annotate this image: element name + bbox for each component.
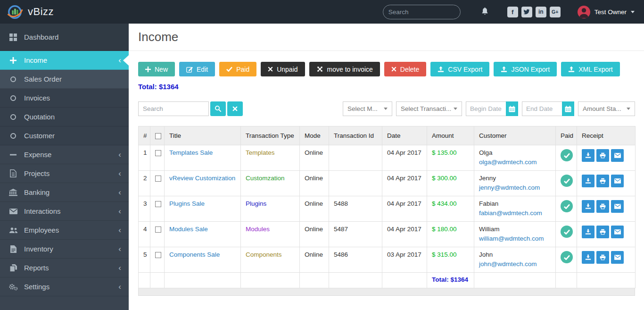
paid-button[interactable]: Paid	[219, 62, 256, 76]
date-value: 04 Apr 2017	[382, 222, 427, 247]
chevron-left-icon: ‹	[118, 245, 121, 253]
sidebar-item-dashboard[interactable]: Dashboard	[0, 24, 129, 51]
sidebar-item-label: Income	[24, 56, 47, 64]
download-receipt-button[interactable]	[582, 226, 594, 238]
sidebar-item-reports[interactable]: Reports ‹	[0, 259, 129, 277]
chevron-left-icon: ‹	[118, 169, 121, 177]
transaction-type-filter-select[interactable]: Select Transacti...	[396, 101, 462, 116]
customer-name: Fabian	[479, 200, 498, 207]
amount-status-filter-select[interactable]: Amount Sta...	[578, 101, 635, 116]
amount-value: $ 434.00	[432, 200, 457, 207]
sidebar-item-customer[interactable]: Customer	[0, 126, 129, 145]
paid-status-icon[interactable]	[561, 200, 573, 212]
row-checkbox[interactable]	[155, 176, 161, 182]
edit-button[interactable]: Edit	[179, 62, 215, 76]
csv-export-button[interactable]: CSV Export	[430, 62, 489, 76]
end-date-calendar-button[interactable]	[562, 101, 574, 116]
income-title-link[interactable]: vReview Customization	[169, 175, 235, 182]
row-checkbox[interactable]	[155, 226, 161, 233]
customer-email-link[interactable]: william@wdmtech.com	[479, 235, 551, 242]
row-checkbox[interactable]	[155, 252, 161, 258]
sidebar-item-employees[interactable]: Employees ‹	[0, 221, 129, 240]
topbar-search-input[interactable]	[388, 8, 472, 16]
customer-email-link[interactable]: john@wdmtech.com	[479, 260, 551, 268]
print-receipt-button[interactable]	[596, 226, 609, 238]
delete-button[interactable]: Delete	[384, 62, 426, 76]
print-receipt-button[interactable]	[596, 200, 609, 213]
brand[interactable]: vBizz	[0, 4, 123, 20]
income-title-link[interactable]: Templates Sale	[169, 149, 213, 156]
sidebar-item-settings[interactable]: Settings ‹	[0, 277, 129, 296]
move-to-invoice-button[interactable]: move to invoice	[309, 62, 380, 76]
table-search-input[interactable]	[138, 101, 209, 116]
sidebar-item-projects[interactable]: Projects ‹	[0, 164, 129, 183]
email-receipt-button[interactable]	[611, 226, 624, 238]
select-all-checkbox[interactable]	[155, 133, 161, 139]
sidebar-item-label: Sales Order	[24, 75, 62, 83]
sidebar-item-sales-order[interactable]: Sales Order	[0, 70, 129, 89]
email-receipt-button[interactable]	[611, 175, 624, 187]
row-checkbox[interactable]	[155, 150, 161, 156]
linkedin-icon[interactable]: in	[536, 7, 546, 17]
income-title-link[interactable]: Components Sale	[169, 251, 220, 258]
date-value: 04 Apr 2017	[382, 145, 427, 171]
col-mode: Mode	[300, 126, 329, 145]
sidebar-item-quotation[interactable]: Quotation	[0, 108, 129, 126]
sidebar-item-banking[interactable]: Banking ‹	[0, 183, 129, 202]
search-button[interactable]	[210, 101, 226, 116]
clear-search-button[interactable]	[227, 101, 243, 116]
download-receipt-button[interactable]	[582, 200, 594, 213]
table-total-row: Total: $1364	[139, 273, 636, 288]
customer-email-link[interactable]: fabian@wdmtech.com	[479, 209, 551, 217]
page-header: Income	[129, 24, 644, 51]
facebook-icon[interactable]: f	[507, 7, 518, 17]
sidebar-item-income[interactable]: Income ‹	[0, 51, 129, 70]
bell-icon[interactable]	[480, 7, 489, 17]
paid-status-icon[interactable]	[561, 226, 573, 238]
sidebar-item-invoices[interactable]: Invoices	[0, 89, 129, 108]
download-receipt-button[interactable]	[582, 175, 594, 187]
chevron-left-icon: ‹	[118, 264, 121, 272]
users-icon	[8, 227, 18, 234]
sidebar-item-label: Settings	[24, 283, 50, 291]
print-receipt-button[interactable]	[596, 251, 609, 264]
xml-export-button[interactable]: XML Export	[561, 62, 620, 76]
printer-icon	[600, 203, 606, 209]
income-title-link[interactable]: Plugins Sale	[169, 200, 205, 207]
sidebar-item-inventory[interactable]: Inventory ‹	[0, 240, 129, 259]
paid-status-icon[interactable]	[561, 251, 573, 263]
sidebar-item-expense[interactable]: Expense ‹	[0, 145, 129, 164]
json-export-button[interactable]: JSON Export	[494, 62, 557, 76]
customer-email-link[interactable]: olga@wdmtech.com	[479, 159, 551, 166]
user-menu[interactable]: Test Owner	[578, 6, 635, 18]
print-receipt-button[interactable]	[596, 175, 609, 187]
new-button[interactable]: New	[138, 62, 175, 76]
income-title-link[interactable]: Modules Sale	[169, 226, 208, 233]
unpaid-button[interactable]: Unpaid	[261, 62, 305, 76]
begin-date-input[interactable]	[466, 101, 506, 116]
transaction-type: Components	[246, 251, 282, 258]
sidebar-item-label: Inventory	[24, 245, 53, 253]
customer-email-link[interactable]: jenny@wdmtech.com	[479, 184, 551, 191]
col-date: Date	[382, 126, 427, 145]
sidebar-item-interactions[interactable]: Interactions ‹	[0, 202, 129, 221]
email-receipt-button[interactable]	[611, 251, 624, 264]
row-checkbox[interactable]	[155, 201, 161, 207]
main-content: Income New Edit Paid Unpaid	[129, 24, 644, 310]
twitter-icon[interactable]	[521, 7, 532, 17]
chevron-down-icon	[631, 11, 635, 13]
col-select-all	[150, 126, 165, 145]
envelope-icon	[614, 153, 621, 158]
end-date-input[interactable]	[522, 101, 562, 116]
paid-status-icon[interactable]	[561, 149, 573, 161]
print-receipt-button[interactable]	[596, 149, 609, 162]
active-item-arrow	[123, 55, 129, 66]
download-receipt-button[interactable]	[582, 149, 594, 162]
download-receipt-button[interactable]	[582, 251, 594, 264]
email-receipt-button[interactable]	[611, 200, 624, 213]
month-filter-select[interactable]: Select M...	[343, 101, 392, 116]
begin-date-calendar-button[interactable]	[506, 101, 518, 116]
paid-status-icon[interactable]	[561, 175, 573, 187]
email-receipt-button[interactable]	[611, 149, 624, 162]
google-plus-icon[interactable]: G+	[550, 7, 561, 17]
